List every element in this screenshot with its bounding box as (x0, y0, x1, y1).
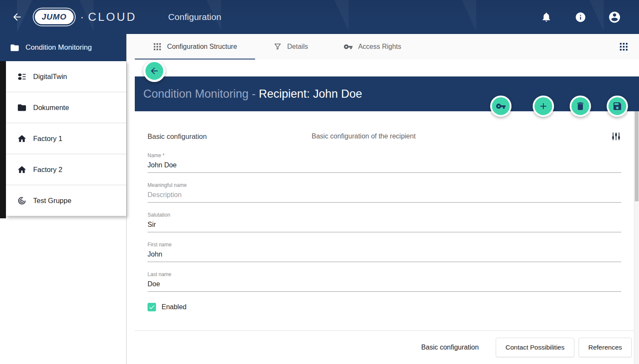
arrow-left-icon (11, 11, 23, 23)
sidebar: Condition Monitoring DigitalTwin Dokumen… (0, 34, 127, 364)
sidebar-item-label: Test Gruppe (33, 197, 71, 205)
topbar: JUMO · CLOUD Configuration (0, 0, 639, 34)
topbar-actions (529, 11, 631, 23)
account-button[interactable] (608, 11, 621, 23)
references-button[interactable]: References (579, 338, 632, 357)
jumo-cloud-logo: JUMO · CLOUD (35, 10, 136, 24)
field-name-label: Name * (148, 152, 621, 158)
nesting-indicator (0, 61, 6, 218)
main-area: Configuration Structure Details Access R… (127, 34, 639, 364)
tab-label: Configuration Structure (167, 43, 237, 51)
sidebar-item-test-gruppe[interactable]: Test Gruppe (6, 185, 126, 216)
tab-access-rights[interactable]: Access Rights (326, 34, 419, 59)
salutation-input[interactable] (148, 220, 621, 232)
save-fab[interactable] (607, 96, 628, 117)
tab-label: Details (287, 43, 308, 51)
topbar-back-button[interactable] (9, 9, 25, 25)
last-name-input[interactable] (148, 279, 621, 292)
grid-icon (153, 42, 162, 51)
folder-icon (10, 43, 20, 53)
key-icon (496, 101, 506, 111)
vertical-sliders-icon[interactable] (611, 131, 621, 141)
notifications-button[interactable] (540, 11, 553, 23)
enabled-checkbox-label: Enabled (162, 303, 187, 311)
person-circle-icon (608, 11, 621, 24)
add-fab[interactable] (533, 96, 554, 117)
enabled-checkbox-row[interactable]: Enabled (148, 303, 621, 311)
enabled-checkbox[interactable] (148, 303, 156, 311)
checkmark-icon (148, 304, 155, 310)
access-rights-fab[interactable] (490, 96, 511, 117)
target-icon (17, 196, 27, 206)
tab-configuration-structure[interactable]: Configuration Structure (135, 34, 255, 59)
tab-label: Access Rights (358, 43, 401, 51)
sidebar-item-factory-1[interactable]: Factory 1 (6, 123, 126, 154)
key-icon (344, 42, 353, 51)
section-subtitle: Basic configuration of the recipient (312, 133, 611, 140)
section-header: Basic configuration Basic configuration … (148, 131, 621, 141)
page-title: Configuration (168, 12, 221, 22)
bell-icon (541, 11, 552, 23)
footer-bar: Basic configuration Contact Possibilitie… (135, 330, 634, 364)
folder-icon (17, 103, 27, 113)
detail-title-prefix: Condition Monitoring - (143, 87, 259, 100)
name-input[interactable] (148, 161, 621, 173)
sidebar-item-label: Factory 2 (33, 166, 62, 174)
plus-icon (538, 101, 548, 111)
info-icon (575, 11, 586, 23)
field-last-name-label: Last name (148, 271, 621, 277)
home-icon (17, 134, 27, 144)
sidebar-item-label: Dokumente (33, 104, 69, 112)
first-name-input[interactable] (148, 250, 621, 262)
tab-details[interactable]: Details (255, 34, 326, 59)
trash-icon (575, 101, 585, 111)
info-button[interactable] (574, 11, 587, 23)
cloud-logo-text: CLOUD (88, 11, 137, 24)
detail-header-band: Condition Monitoring - Recipient: John D… (135, 76, 639, 111)
sidebar-item-dokumente[interactable]: Dokumente (6, 92, 126, 123)
delete-fab[interactable] (570, 96, 591, 117)
detail-back-fab[interactable] (143, 60, 165, 82)
sidebar-item-condition-monitoring[interactable]: Condition Monitoring (0, 34, 126, 61)
jumo-logo: JUMO (35, 10, 74, 24)
digital-twin-icon (17, 72, 27, 82)
detail-title: Condition Monitoring - Recipient: John D… (143, 87, 362, 101)
field-first-name: First name (148, 242, 621, 262)
sidebar-item-factory-2[interactable]: Factory 2 (6, 154, 126, 185)
field-first-name-label: First name (148, 242, 621, 248)
field-name: Name * (148, 152, 621, 173)
arrow-left-icon (149, 66, 159, 76)
tabbar: Configuration Structure Details Access R… (127, 34, 639, 59)
field-meaningful-name-label: Meaningful name (148, 182, 621, 188)
apps-grid-icon[interactable] (619, 42, 629, 52)
field-last-name: Last name (148, 271, 621, 292)
vertical-scrollbar[interactable] (634, 111, 639, 364)
app-window: JUMO · CLOUD Configuration (0, 0, 639, 364)
scrollbar-thumb[interactable] (635, 111, 639, 201)
field-salutation: Salutation (148, 212, 621, 232)
footer-section-label: Basic configuration (421, 344, 479, 351)
detail-title-main: Recipient: John Doe (259, 87, 362, 100)
sidebar-item-digitaltwin[interactable]: DigitalTwin (6, 61, 126, 92)
basic-configuration-form: Basic configuration Basic configuration … (127, 111, 634, 330)
sidebar-list: DigitalTwin Dokumente Factory 1 Factory … (6, 61, 126, 216)
sidebar-item-label: DigitalTwin (33, 73, 67, 81)
field-meaningful-name: Meaningful name (148, 182, 621, 203)
floppy-save-icon (612, 101, 622, 111)
sidebar-root-label: Condition Monitoring (26, 43, 92, 52)
field-salutation-label: Salutation (148, 212, 621, 218)
sidebar-item-label: Factory 1 (33, 135, 62, 143)
funnel-icon (273, 42, 282, 51)
section-title: Basic configuration (148, 133, 312, 141)
home-icon (17, 165, 27, 175)
meaningful-name-input[interactable] (148, 190, 621, 203)
contact-possibilities-button[interactable]: Contact Possibilities (496, 338, 574, 357)
logo-separator: · (80, 11, 84, 23)
